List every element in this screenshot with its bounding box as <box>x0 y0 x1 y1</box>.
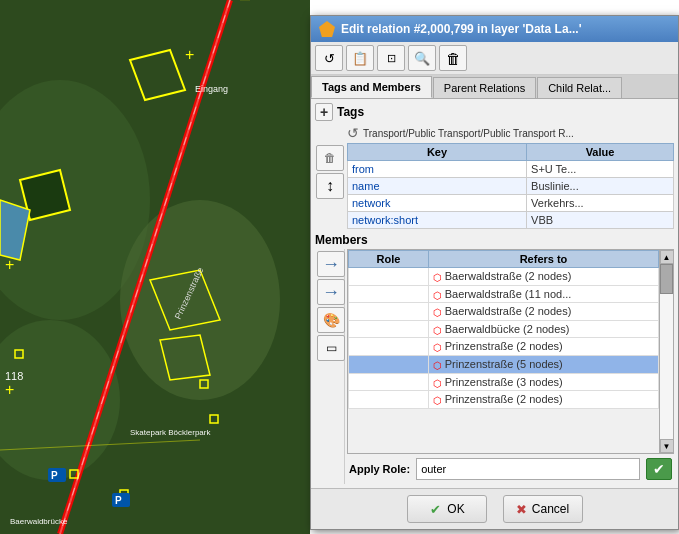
role-input[interactable] <box>416 458 640 480</box>
tags-left-controls: 🗑 ↕ <box>315 123 345 229</box>
member-refers-3[interactable]: ⬡ Baerwaldbücke (2 nodes) <box>429 320 659 338</box>
members-inner: → → 🎨 ▭ Role Refers to <box>315 249 674 484</box>
svg-text:P: P <box>51 470 58 481</box>
table-row: from S+U Te... <box>348 161 674 178</box>
dialog-tabs: Tags and Members Parent Relations Child … <box>311 75 678 99</box>
table-row-selected[interactable]: ⬡ Prinzenstraße (5 nodes) <box>349 355 659 373</box>
refresh-button[interactable]: ↺ <box>315 45 343 71</box>
member-refers-7[interactable]: ⬡ Prinzenstraße (2 nodes) <box>429 391 659 409</box>
tags-header: + Tags <box>315 103 674 121</box>
select-button[interactable]: ⊡ <box>377 45 405 71</box>
member-role-4 <box>349 338 429 356</box>
apply-role-row: Apply Role: ✔ <box>347 454 674 484</box>
member-settings-button[interactable]: ▭ <box>317 335 345 361</box>
move-up-button[interactable]: ↕ <box>316 173 344 199</box>
scroll-down-button[interactable]: ▼ <box>660 439 674 453</box>
svg-text:+: + <box>185 46 194 63</box>
members-table-wrapper: Role Refers to ⬡ Baerwaldstraße (2 node <box>347 249 674 454</box>
tag-key-network-short[interactable]: network:short <box>348 212 527 229</box>
tab-child-relations[interactable]: Child Relat... <box>537 77 622 98</box>
tags-table: Key Value from S+U Te... name Busl <box>347 143 674 229</box>
member-refers-1[interactable]: ⬡ Baerwaldstraße (11 nod... <box>429 285 659 303</box>
cancel-icon <box>516 502 527 517</box>
member-role-0 <box>349 268 429 286</box>
table-row[interactable]: ⬡ Prinzenstraße (3 nodes) <box>349 373 659 391</box>
dialog-toolbar: ↺ 📋 ⊡ 🔍 🗑 <box>311 42 678 75</box>
member-role-1 <box>349 285 429 303</box>
table-row[interactable]: ⬡ Baerwaldstraße (2 nodes) <box>349 303 659 321</box>
tag-key-network[interactable]: network <box>348 195 527 212</box>
josm-icon <box>319 21 335 37</box>
tag-val-name[interactable]: Buslinie... <box>527 178 674 195</box>
member-refers-6[interactable]: ⬡ Prinzenstraße (3 nodes) <box>429 373 659 391</box>
table-row[interactable]: ⬡ Baerwaldstraße (11 nod... <box>349 285 659 303</box>
cancel-button[interactable]: Cancel <box>503 495 583 523</box>
add-tag-button[interactable]: + <box>315 103 333 121</box>
members-role-header: Role <box>349 251 429 268</box>
tab-tags-and-members[interactable]: Tags and Members <box>311 76 432 98</box>
tags-table-body: from S+U Te... name Buslinie... network … <box>348 161 674 229</box>
ok-icon <box>428 502 442 516</box>
apply-role-button[interactable]: ✔ <box>646 458 672 480</box>
svg-point-2 <box>120 200 280 400</box>
dialog-content: + Tags 🗑 ↕ ↺ Transport/Public Transport/… <box>311 99 678 488</box>
svg-text:+: + <box>5 381 14 398</box>
table-row[interactable]: ⬡ Prinzenstraße (2 nodes) <box>349 338 659 356</box>
member-refers-4[interactable]: ⬡ Prinzenstraße (2 nodes) <box>429 338 659 356</box>
tag-val-network[interactable]: Verkehrs... <box>527 195 674 212</box>
members-table-area: Role Refers to ⬡ Baerwaldstraße (2 node <box>347 249 674 484</box>
map-svg: + + + 118 Eingang Prinzenstraße Skatepar… <box>0 0 310 534</box>
members-refers-header: Refers to <box>429 251 659 268</box>
member-role-2 <box>349 303 429 321</box>
tags-value-header: Value <box>527 144 674 161</box>
tag-key-from[interactable]: from <box>348 161 527 178</box>
tags-key-header: Key <box>348 144 527 161</box>
svg-text:Baerwaldbrücke: Baerwaldbrücke <box>10 517 68 526</box>
svg-text:+: + <box>5 256 14 273</box>
zoom-button[interactable]: 🔍 <box>408 45 436 71</box>
svg-text:P: P <box>115 495 122 506</box>
member-color-button[interactable]: 🎨 <box>317 307 345 333</box>
relation-preset-row: ↺ Transport/Public Transport/Public Tran… <box>347 123 674 143</box>
scroll-track[interactable] <box>660 264 673 439</box>
dialog-title-bar: Edit relation #2,000,799 in layer 'Data … <box>311 16 678 42</box>
member-refers-0[interactable]: ⬡ Baerwaldstraße (2 nodes) <box>429 268 659 286</box>
scroll-up-button[interactable]: ▲ <box>660 250 674 264</box>
table-row[interactable]: ⬡ Prinzenstraße (2 nodes) <box>349 391 659 409</box>
table-row: network:short VBB <box>348 212 674 229</box>
member-refers-5[interactable]: ⬡ Prinzenstraße (5 nodes) <box>429 355 659 373</box>
dialog-title: Edit relation #2,000,799 in layer 'Data … <box>341 22 581 36</box>
member-role-7 <box>349 391 429 409</box>
tags-inner: 🗑 ↕ ↺ Transport/Public Transport/Public … <box>315 123 674 229</box>
table-row: name Buslinie... <box>348 178 674 195</box>
member-role-3 <box>349 320 429 338</box>
member-role-5 <box>349 355 429 373</box>
member-select-button[interactable]: → <box>317 279 345 305</box>
dialog-bottom-bar: OK Cancel <box>311 488 678 529</box>
svg-text:Eingang: Eingang <box>195 84 228 94</box>
duplicate-button[interactable]: 📋 <box>346 45 374 71</box>
svg-text:Skatepark Böcklerpark: Skatepark Böcklerpark <box>130 428 211 437</box>
tags-section: + Tags 🗑 ↕ ↺ Transport/Public Transport/… <box>315 103 674 229</box>
members-table: Role Refers to ⬡ Baerwaldstraße (2 node <box>348 250 659 409</box>
tab-parent-relations[interactable]: Parent Relations <box>433 77 536 98</box>
svg-text:118: 118 <box>5 370 23 382</box>
member-refers-2[interactable]: ⬡ Baerwaldstraße (2 nodes) <box>429 303 659 321</box>
table-row[interactable]: ⬡ Baerwaldbücke (2 nodes) <box>349 320 659 338</box>
members-table-body: ⬡ Baerwaldstraße (2 nodes) ⬡ Baerwaldstr… <box>349 268 659 409</box>
member-role-6 <box>349 373 429 391</box>
table-row[interactable]: ⬡ Baerwaldstraße (2 nodes) <box>349 268 659 286</box>
edit-relation-dialog: Edit relation #2,000,799 in layer 'Data … <box>310 15 679 530</box>
tag-key-name[interactable]: name <box>348 178 527 195</box>
members-scrollbar[interactable]: ▲ ▼ <box>659 250 673 453</box>
ok-button[interactable]: OK <box>407 495 487 523</box>
tag-val-from[interactable]: S+U Te... <box>527 161 674 178</box>
member-add-button[interactable]: → <box>317 251 345 277</box>
tag-delete-button[interactable]: 🗑 <box>316 145 344 171</box>
members-left-toolbar: → → 🎨 ▭ <box>315 249 345 484</box>
scroll-thumb[interactable] <box>660 264 673 294</box>
apply-role-label: Apply Role: <box>349 463 410 475</box>
tags-table-wrapper: ↺ Transport/Public Transport/Public Tran… <box>347 123 674 229</box>
settings-button[interactable]: 🗑 <box>439 45 467 71</box>
tag-val-network-short[interactable]: VBB <box>527 212 674 229</box>
